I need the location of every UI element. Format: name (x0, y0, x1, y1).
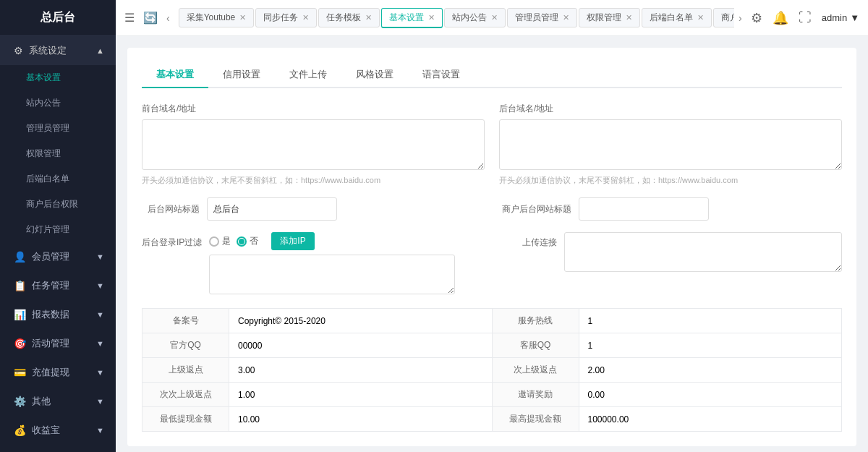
ip-filter-group: 后台登录IP过滤 是 否 (142, 232, 485, 297)
table-row-copyright: 备案号 服务热线 (142, 309, 842, 333)
frontend-domain-hint: 开头必须加通信协议，末尾不要留斜杠，如：https://www.baidu.co… (142, 175, 485, 186)
chevron-down-icon-2: ▼ (96, 281, 104, 290)
refresh-icon[interactable]: 🔄 (143, 11, 158, 25)
merchant-title-group: 商户后台网站标题 (499, 197, 842, 221)
tab-inner-style[interactable]: 风格设置 (341, 62, 408, 88)
backend-domain-label: 后台域名/地址 (499, 103, 842, 115)
tab-youtube-close[interactable]: ✕ (239, 13, 246, 22)
sidebar-member-mgmt[interactable]: 👤 会员管理 ▼ (0, 242, 116, 271)
official-qq-value-cell (229, 333, 493, 358)
sidebar-other[interactable]: ⚙️ 其他 ▼ (0, 387, 116, 416)
main-area: ☰ 🔄 ‹ 采集Youtube ✕ 同步任务 ✕ 任务模板 ✕ 基本设置 ✕ 站… (116, 0, 868, 452)
tab-inner-file-upload[interactable]: 文件上传 (275, 62, 341, 88)
tab-basic-settings-close[interactable]: ✕ (428, 13, 435, 22)
tab-merchant-perms-label: 商户后台权限 (721, 12, 734, 24)
chevron-left-icon[interactable]: ‹ (166, 12, 170, 24)
tab-task-template-close[interactable]: ✕ (365, 13, 372, 22)
official-qq-input[interactable] (238, 341, 483, 351)
tab-permission-close[interactable]: ✕ (626, 13, 632, 22)
backend-title-input[interactable] (207, 197, 337, 221)
copyright-input[interactable] (238, 316, 483, 326)
customer-qq-input[interactable] (588, 341, 833, 351)
ip-textarea[interactable] (209, 255, 455, 294)
secondary-rebate-input[interactable] (238, 390, 483, 400)
tab-inner-credit[interactable]: 信用设置 (208, 62, 275, 88)
merchant-title-input[interactable] (579, 197, 709, 221)
domain-row: 前台域名/地址 开头必须加通信协议，末尾不要留斜杠，如：https://www.… (142, 103, 842, 186)
sidebar-report-data[interactable]: 📊 报表数据 ▼ (0, 300, 116, 329)
ip-radio-yes[interactable]: 是 (209, 235, 231, 247)
activity-icon: 🎯 (14, 338, 26, 349)
invite-reward-input[interactable] (588, 390, 833, 400)
sidebar-system-setting[interactable]: ⚙ 系统设定 ▲ (0, 36, 116, 65)
tab-youtube[interactable]: 采集Youtube ✕ (179, 8, 255, 27)
sidebar-recharge-withdraw[interactable]: 💳 充值提现 ▼ (0, 358, 116, 387)
min-withdraw-input[interactable] (238, 414, 483, 425)
inner-tab-bar: 基本设置 信用设置 文件上传 风格设置 语言设置 (142, 62, 842, 88)
settings-icon[interactable]: ⚙ (751, 10, 762, 26)
backend-title-group: 后台网站标题 (142, 197, 485, 221)
sidebar-item-banner-mgmt[interactable]: 幻灯片管理 (0, 217, 116, 242)
tab-task-template[interactable]: 任务模板 ✕ (318, 8, 380, 27)
site-title-row: 后台网站标题 商户后台网站标题 (142, 197, 842, 221)
chevron-up-icon: ▲ (96, 46, 104, 55)
member-icon: 👤 (14, 251, 26, 263)
ip-radio-no[interactable]: 否 (237, 235, 258, 247)
sidebar-activity-mgmt[interactable]: 🎯 活动管理 ▼ (0, 329, 116, 358)
sidebar-item-site-notice[interactable]: 站内公告 (0, 90, 116, 116)
tab-sync-task-close[interactable]: ✕ (302, 13, 309, 22)
tab-site-notice[interactable]: 站内公告 ✕ (444, 8, 506, 27)
ip-filter-label: 后台登录IP过滤 (142, 232, 202, 249)
sidebar-income-treasure[interactable]: 💰 收益宝 ▼ (0, 416, 116, 445)
tab-permission[interactable]: 权限管理 ✕ (579, 8, 640, 27)
chevron-down-icon-7: ▼ (96, 426, 104, 435)
tab-sync-task[interactable]: 同步任务 ✕ (255, 8, 317, 27)
sidebar-item-merchant-permissions[interactable]: 商户后台权限 (0, 192, 116, 217)
chevron-down-icon-5: ▼ (96, 368, 104, 377)
tab-whitelist-label: 后端白名单 (650, 12, 693, 24)
tab-site-notice-close[interactable]: ✕ (491, 13, 498, 22)
secondary-rebate-label-cell: 次次上级返点 (142, 383, 229, 407)
tab-basic-settings[interactable]: 基本设置 ✕ (381, 8, 443, 28)
main-content: 基本设置 信用设置 文件上传 风格设置 语言设置 前台域名/地址 开头必须加通信… (116, 36, 868, 452)
notification-icon[interactable]: 🔔 (773, 10, 788, 26)
radio-yes-circle (209, 236, 219, 247)
max-withdraw-input[interactable] (588, 414, 833, 425)
tab-task-template-label: 任务模板 (326, 12, 361, 24)
topbar: ☰ 🔄 ‹ 采集Youtube ✕ 同步任务 ✕ 任务模板 ✕ 基本设置 ✕ 站… (116, 0, 868, 36)
tab-admin-mgmt-close[interactable]: ✕ (563, 13, 569, 22)
table-row-rebate: 上级返点 次上级返点 (142, 358, 842, 383)
backend-domain-input[interactable] (499, 119, 842, 170)
secondary-rebate-value-cell (229, 383, 493, 407)
ip-radio-row: 是 否 添加IP (209, 232, 485, 250)
frontend-domain-input[interactable] (142, 119, 485, 170)
sidebar-item-whitelist[interactable]: 后端白名单 (0, 166, 116, 192)
sidebar-item-basic-settings[interactable]: 基本设置 (0, 65, 116, 90)
sidebar-task-mgmt[interactable]: 📋 任务管理 ▼ (0, 271, 116, 300)
upload-link-input[interactable] (564, 232, 842, 272)
tab-inner-language[interactable]: 语言设置 (408, 62, 475, 88)
tab-whitelist-close[interactable]: ✕ (697, 13, 704, 22)
fullscreen-icon[interactable]: ⛶ (799, 10, 812, 25)
tab-admin-mgmt-label: 管理员管理 (515, 12, 558, 24)
backend-domain-hint: 开头必须加通信协议，末尾不要留斜杠，如：https://www.baidu.co… (499, 175, 842, 186)
sidebar-item-admin-mgmt[interactable]: 管理员管理 (0, 116, 116, 141)
add-ip-button[interactable]: 添加IP (271, 232, 314, 250)
other-label: 其他 (32, 395, 51, 408)
second-upper-rebate-input[interactable] (588, 365, 833, 375)
tab-whitelist[interactable]: 后端白名单 ✕ (642, 8, 712, 27)
menu-icon[interactable]: ☰ (124, 11, 135, 25)
service-hotline-input[interactable] (588, 316, 833, 326)
upper-rebate-input[interactable] (238, 365, 483, 375)
chevron-right-icon[interactable]: › (739, 12, 742, 24)
official-qq-label-cell: 官方QQ (142, 333, 229, 358)
chevron-down-icon-3: ▼ (96, 310, 104, 319)
settings-table: 备案号 服务热线 官方QQ 客服QQ (142, 308, 842, 432)
ip-filter-row: 后台登录IP过滤 是 否 (142, 232, 842, 297)
tab-merchant-perms[interactable]: 商户后台权限 ✕ (713, 8, 734, 27)
ip-radio-no-label: 否 (250, 235, 258, 247)
tab-admin-mgmt[interactable]: 管理员管理 ✕ (507, 8, 577, 27)
tab-inner-basic[interactable]: 基本设置 (142, 62, 208, 88)
admin-button[interactable]: admin ▼ (822, 12, 859, 23)
sidebar-item-permission-mgmt[interactable]: 权限管理 (0, 141, 116, 166)
